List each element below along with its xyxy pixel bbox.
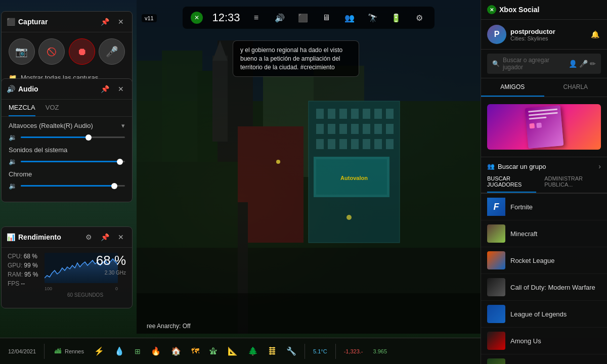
system-sounds-label: Sonidos del sistema: [9, 146, 125, 154]
game-item-gta[interactable]: Grand Theft Auto V: [481, 354, 607, 364]
road-icon[interactable]: 🛣: [209, 347, 218, 356]
road2-icon[interactable]: 🛤: [268, 347, 276, 356]
game-item-cod[interactable]: Call of Duty: Modern Warfare: [481, 274, 607, 301]
svg-rect-14: [351, 109, 359, 119]
perf-settings-button[interactable]: ⚙: [82, 231, 95, 243]
lens-icon[interactable]: 🔭: [366, 11, 380, 25]
game-item-minecraft[interactable]: Minecraft: [481, 220, 607, 247]
tab-voz[interactable]: VOZ: [46, 104, 59, 116]
mic-button[interactable]: 🎤: [99, 38, 125, 65]
water-icon[interactable]: 💧: [114, 346, 124, 356]
svg-text:Autovalon: Autovalon: [340, 175, 368, 181]
close-button[interactable]: ✕: [115, 16, 127, 28]
edit-icon[interactable]: ✏: [590, 60, 596, 68]
game-item-fortnite[interactable]: F Fortnite: [481, 194, 607, 220]
capture-icon-small: ⬛: [7, 18, 15, 26]
settings-icon[interactable]: ⚙: [412, 11, 426, 25]
hide-hud-button[interactable]: 🚫: [38, 38, 65, 65]
house-icon[interactable]: 🏠: [171, 346, 181, 356]
altavoces-slider-row: 🔉: [9, 133, 125, 141]
screenshot-button[interactable]: 📷: [9, 38, 35, 65]
fg-tab-manage[interactable]: ADMINISTRAR PUBLICA...: [544, 175, 601, 193]
audio-pin-button[interactable]: 📌: [99, 83, 111, 95]
notebook-line-3: [529, 117, 546, 120]
game-item-among[interactable]: Among Us: [481, 328, 607, 354]
party-icon[interactable]: 👥: [342, 11, 357, 25]
game-item-lol[interactable]: League of Legends: [481, 301, 607, 328]
svg-rect-24: [386, 124, 394, 134]
chrome-vol-icon: 🔉: [9, 182, 17, 190]
val2-item: 3.965: [369, 346, 392, 356]
fortnite-name: Fortnite: [510, 203, 533, 211]
ram-stat: RAM: 95 %: [8, 271, 40, 278]
wrench-icon[interactable]: 🔧: [286, 346, 296, 356]
notebook-art: [525, 105, 563, 149]
svg-rect-22: [363, 124, 370, 134]
fg-tab-search[interactable]: BUSCAR JUGADORES: [487, 175, 536, 193]
capture-icon[interactable]: ⬛: [296, 11, 310, 25]
add-friend-icon[interactable]: 👤: [569, 60, 577, 68]
audio-panel-title: 🔊 Audio: [7, 85, 38, 93]
game-list: F Fortnite Minecraft Rocket League Call …: [481, 194, 607, 364]
minecraft-name: Minecraft: [510, 230, 537, 238]
find-group-chevron[interactable]: ›: [598, 162, 601, 170]
tab-mezcla[interactable]: MEZCLA: [9, 104, 35, 116]
map-icon[interactable]: 🗺: [191, 347, 199, 356]
chrome-slider-row: 🔉: [9, 182, 125, 190]
cpu-freq: 2.30 GHz: [105, 270, 126, 276]
svg-rect-26: [328, 139, 335, 149]
temp-item: 5.1°C: [309, 346, 331, 356]
grid-icon[interactable]: ⊞: [135, 347, 141, 355]
zone-icon[interactable]: 📐: [228, 346, 238, 356]
fire-icon[interactable]: 🔥: [151, 346, 161, 356]
perf-pin-button[interactable]: 📌: [99, 231, 111, 243]
perf-close-button[interactable]: ✕: [115, 231, 127, 243]
svg-rect-29: [363, 139, 370, 149]
screen-icon[interactable]: 🖥: [319, 11, 333, 25]
avatar: P: [487, 25, 506, 44]
tab-amigos[interactable]: AMIGOS: [481, 78, 544, 97]
audio-panel-controls: 📌 ✕: [99, 83, 127, 95]
fps-stat: FPS --: [8, 280, 40, 287]
game-item-rocket[interactable]: Rocket League: [481, 247, 607, 274]
svg-rect-20: [339, 124, 347, 134]
economy-val1: -1,323.-: [344, 348, 363, 354]
search-actions: 👤 🎤 ✏: [569, 60, 596, 68]
audio-close-button[interactable]: ✕: [115, 83, 127, 95]
audio-tabs: MEZCLA VOZ: [2, 100, 132, 117]
svg-rect-18: [316, 124, 324, 134]
svg-rect-6: [212, 56, 228, 142]
city-name: Rennes: [65, 348, 84, 354]
user-info: postproductor Cities: Skylines: [510, 28, 585, 41]
voice-icon[interactable]: 🎤: [579, 60, 588, 68]
svg-rect-13: [339, 109, 347, 119]
tab-charla[interactable]: CHARLA: [544, 78, 608, 97]
xbox-social-title: ✕ Xbox Social: [487, 5, 539, 14]
notification-button[interactable]: 🔔: [589, 28, 601, 40]
val1-item: -1,323.-: [340, 346, 367, 356]
system-slider[interactable]: [21, 161, 125, 162]
device-chevron[interactable]: ▾: [121, 122, 125, 129]
chrome-slider[interactable]: [21, 185, 125, 187]
svg-rect-19: [328, 124, 335, 134]
audio-icon: 🔊: [7, 85, 15, 93]
lol-name: League of Legends: [510, 310, 567, 318]
find-group-tabs: BUSCAR JUGADORES ADMINISTRAR PUBLICA...: [481, 175, 607, 193]
rocket-name: Rocket League: [510, 257, 554, 264]
audio-panel: 🔊 Audio 📌 ✕ MEZCLA VOZ Altavoces (Realte…: [1, 78, 133, 202]
pin-button[interactable]: 📌: [99, 16, 111, 28]
altavoces-slider[interactable]: [21, 136, 125, 138]
date-text: 12/04/2021: [8, 348, 36, 354]
search-field[interactable]: 🔍 Buscar o agregar jugador 👤 🎤 ✏: [487, 54, 601, 74]
record-button[interactable]: ⏺: [69, 38, 95, 65]
xbox-button[interactable]: ✕: [191, 12, 203, 24]
menu-icon[interactable]: ≡: [249, 11, 264, 25]
lightning-icon[interactable]: ⚡: [94, 346, 104, 356]
svg-rect-21: [351, 124, 359, 134]
device-name: Altavoces (Realtek(R) Audio): [9, 122, 93, 129]
volume-icon[interactable]: 🔊: [273, 11, 287, 25]
park-icon[interactable]: 🌲: [248, 346, 258, 356]
battery-icon[interactable]: 🔋: [389, 11, 403, 25]
capture-panel-header: ⬛ Capturar 📌 ✕: [2, 12, 132, 32]
cod-thumb: [487, 278, 505, 296]
